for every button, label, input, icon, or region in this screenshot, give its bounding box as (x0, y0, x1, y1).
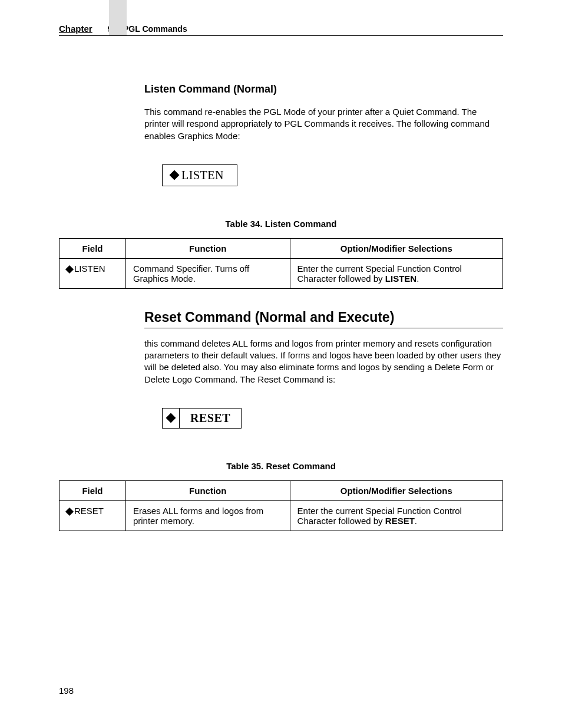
table35: Field Function Option/Modifier Selection… (59, 480, 503, 531)
table35-cell-function: Erases ALL forms and logos from printer … (125, 500, 290, 531)
listen-command-paragraph: This command re-enables the PGL Mode of … (144, 106, 503, 142)
table35-header-row: Field Function Option/Modifier Selection… (59, 480, 503, 500)
table35-row: RESET Erases ALL forms and logos from pr… (59, 500, 503, 531)
reset-diamond-cell (163, 409, 180, 428)
table35-cell-option: Enter the current Special Function Contr… (290, 500, 503, 531)
table34-option-bold: LISTEN (385, 274, 416, 284)
table35-option-prefix: Enter the current Special Function Contr… (297, 506, 462, 526)
table35-header-function: Function (125, 480, 290, 500)
table34-cell-field: LISTEN (59, 258, 126, 288)
diamond-icon (170, 170, 180, 180)
table35-option-bold: RESET (385, 516, 415, 526)
table35-field-text: RESET (74, 506, 104, 516)
diamond-icon (65, 508, 74, 516)
table35-caption: Table 35. Reset Command (59, 461, 503, 471)
table34-option-suffix: . (416, 274, 419, 284)
table34-row: LISTEN Command Specifier. Turns off Grap… (59, 258, 503, 288)
reset-code-block: RESET (162, 408, 242, 429)
reset-code-text: RESET (180, 409, 241, 428)
table34-cell-option: Enter the current Special Function Contr… (290, 258, 503, 288)
reset-command-paragraph: this command deletes ALL forms and logos… (144, 338, 503, 386)
table34-caption: Table 34. Listen Command (59, 219, 503, 229)
table35-header-field: Field (59, 480, 126, 500)
page-number: 198 (59, 686, 74, 696)
table34-header-option: Option/Modifier Selections (290, 238, 503, 258)
table34-option-prefix: Enter the current Special Function Contr… (297, 263, 462, 284)
table34-header-row: Field Function Option/Modifier Selection… (59, 238, 503, 258)
table35-header-option: Option/Modifier Selections (290, 480, 503, 500)
listen-command-heading: Listen Command (Normal) (144, 83, 503, 95)
header-gray-band (109, 0, 127, 35)
diamond-icon (166, 413, 176, 423)
reset-command-heading: Reset Command (Normal and Execute) (144, 309, 503, 328)
table35-option-suffix: . (415, 516, 417, 526)
table34-field-text: LISTEN (74, 263, 105, 274)
table35-cell-field: RESET (59, 500, 126, 531)
table34-header-field: Field (59, 238, 126, 258)
table34-header-function: Function (125, 238, 290, 258)
table34-cell-function: Command Specifier. Turns off Graphics Mo… (125, 258, 290, 288)
chapter-label: Chapter (59, 24, 92, 34)
diamond-icon (65, 265, 74, 274)
header-section-title: PGL Commands (123, 24, 187, 34)
table34: Field Function Option/Modifier Selection… (59, 238, 503, 289)
listen-code-block: LISTEN (162, 164, 237, 186)
listen-code-text: LISTEN (181, 169, 224, 182)
